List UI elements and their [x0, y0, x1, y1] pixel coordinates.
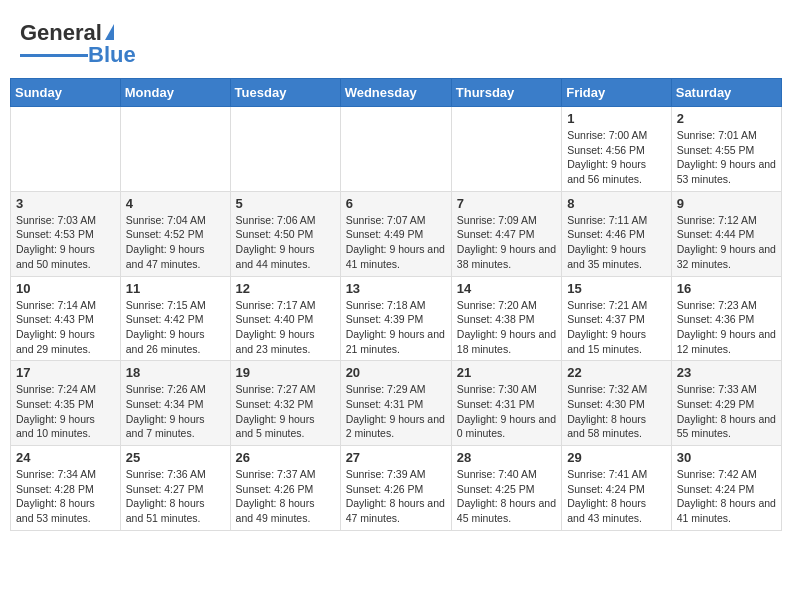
weekday-header-saturday: Saturday [671, 79, 781, 107]
logo-blue: Blue [88, 42, 136, 68]
calendar-cell: 13Sunrise: 7:18 AM Sunset: 4:39 PM Dayli… [340, 276, 451, 361]
day-number: 21 [457, 365, 556, 380]
day-info: Sunrise: 7:06 AM Sunset: 4:50 PM Dayligh… [236, 213, 335, 272]
day-info: Sunrise: 7:41 AM Sunset: 4:24 PM Dayligh… [567, 467, 666, 526]
calendar-cell: 14Sunrise: 7:20 AM Sunset: 4:38 PM Dayli… [451, 276, 561, 361]
day-number: 12 [236, 281, 335, 296]
calendar-week-0: 1Sunrise: 7:00 AM Sunset: 4:56 PM Daylig… [11, 107, 782, 192]
day-number: 20 [346, 365, 446, 380]
day-number: 26 [236, 450, 335, 465]
day-info: Sunrise: 7:32 AM Sunset: 4:30 PM Dayligh… [567, 382, 666, 441]
day-info: Sunrise: 7:30 AM Sunset: 4:31 PM Dayligh… [457, 382, 556, 441]
day-number: 23 [677, 365, 776, 380]
calendar-cell: 11Sunrise: 7:15 AM Sunset: 4:42 PM Dayli… [120, 276, 230, 361]
calendar-cell: 8Sunrise: 7:11 AM Sunset: 4:46 PM Daylig… [562, 191, 672, 276]
calendar-week-1: 3Sunrise: 7:03 AM Sunset: 4:53 PM Daylig… [11, 191, 782, 276]
day-number: 1 [567, 111, 666, 126]
day-number: 22 [567, 365, 666, 380]
calendar-cell: 23Sunrise: 7:33 AM Sunset: 4:29 PM Dayli… [671, 361, 781, 446]
calendar-cell: 7Sunrise: 7:09 AM Sunset: 4:47 PM Daylig… [451, 191, 561, 276]
calendar-cell: 2Sunrise: 7:01 AM Sunset: 4:55 PM Daylig… [671, 107, 781, 192]
calendar-body: 1Sunrise: 7:00 AM Sunset: 4:56 PM Daylig… [11, 107, 782, 531]
day-info: Sunrise: 7:42 AM Sunset: 4:24 PM Dayligh… [677, 467, 776, 526]
day-number: 30 [677, 450, 776, 465]
weekday-header-tuesday: Tuesday [230, 79, 340, 107]
calendar-cell: 29Sunrise: 7:41 AM Sunset: 4:24 PM Dayli… [562, 446, 672, 531]
calendar-cell: 5Sunrise: 7:06 AM Sunset: 4:50 PM Daylig… [230, 191, 340, 276]
day-info: Sunrise: 7:23 AM Sunset: 4:36 PM Dayligh… [677, 298, 776, 357]
day-number: 10 [16, 281, 115, 296]
day-number: 7 [457, 196, 556, 211]
calendar-cell: 3Sunrise: 7:03 AM Sunset: 4:53 PM Daylig… [11, 191, 121, 276]
day-info: Sunrise: 7:27 AM Sunset: 4:32 PM Dayligh… [236, 382, 335, 441]
calendar-cell: 28Sunrise: 7:40 AM Sunset: 4:25 PM Dayli… [451, 446, 561, 531]
day-number: 25 [126, 450, 225, 465]
day-info: Sunrise: 7:00 AM Sunset: 4:56 PM Dayligh… [567, 128, 666, 187]
calendar-cell: 9Sunrise: 7:12 AM Sunset: 4:44 PM Daylig… [671, 191, 781, 276]
calendar-cell: 15Sunrise: 7:21 AM Sunset: 4:37 PM Dayli… [562, 276, 672, 361]
calendar-cell [451, 107, 561, 192]
day-info: Sunrise: 7:33 AM Sunset: 4:29 PM Dayligh… [677, 382, 776, 441]
logo-underline [20, 54, 88, 57]
day-number: 3 [16, 196, 115, 211]
day-info: Sunrise: 7:40 AM Sunset: 4:25 PM Dayligh… [457, 467, 556, 526]
day-number: 29 [567, 450, 666, 465]
calendar-cell: 4Sunrise: 7:04 AM Sunset: 4:52 PM Daylig… [120, 191, 230, 276]
day-number: 13 [346, 281, 446, 296]
logo: General Blue [20, 20, 136, 68]
weekday-header-wednesday: Wednesday [340, 79, 451, 107]
day-info: Sunrise: 7:37 AM Sunset: 4:26 PM Dayligh… [236, 467, 335, 526]
weekday-header-sunday: Sunday [11, 79, 121, 107]
day-number: 11 [126, 281, 225, 296]
calendar-cell: 18Sunrise: 7:26 AM Sunset: 4:34 PM Dayli… [120, 361, 230, 446]
day-number: 19 [236, 365, 335, 380]
calendar-cell: 21Sunrise: 7:30 AM Sunset: 4:31 PM Dayli… [451, 361, 561, 446]
header: General Blue [10, 10, 782, 73]
calendar-cell: 30Sunrise: 7:42 AM Sunset: 4:24 PM Dayli… [671, 446, 781, 531]
calendar-cell: 10Sunrise: 7:14 AM Sunset: 4:43 PM Dayli… [11, 276, 121, 361]
calendar-cell: 22Sunrise: 7:32 AM Sunset: 4:30 PM Dayli… [562, 361, 672, 446]
day-number: 6 [346, 196, 446, 211]
calendar-cell [340, 107, 451, 192]
day-info: Sunrise: 7:15 AM Sunset: 4:42 PM Dayligh… [126, 298, 225, 357]
day-info: Sunrise: 7:18 AM Sunset: 4:39 PM Dayligh… [346, 298, 446, 357]
day-info: Sunrise: 7:07 AM Sunset: 4:49 PM Dayligh… [346, 213, 446, 272]
day-info: Sunrise: 7:04 AM Sunset: 4:52 PM Dayligh… [126, 213, 225, 272]
day-info: Sunrise: 7:26 AM Sunset: 4:34 PM Dayligh… [126, 382, 225, 441]
day-info: Sunrise: 7:09 AM Sunset: 4:47 PM Dayligh… [457, 213, 556, 272]
day-info: Sunrise: 7:03 AM Sunset: 4:53 PM Dayligh… [16, 213, 115, 272]
calendar-week-2: 10Sunrise: 7:14 AM Sunset: 4:43 PM Dayli… [11, 276, 782, 361]
calendar-cell: 1Sunrise: 7:00 AM Sunset: 4:56 PM Daylig… [562, 107, 672, 192]
day-number: 8 [567, 196, 666, 211]
day-info: Sunrise: 7:34 AM Sunset: 4:28 PM Dayligh… [16, 467, 115, 526]
calendar-cell: 20Sunrise: 7:29 AM Sunset: 4:31 PM Dayli… [340, 361, 451, 446]
day-number: 17 [16, 365, 115, 380]
day-number: 16 [677, 281, 776, 296]
day-number: 28 [457, 450, 556, 465]
weekday-header-thursday: Thursday [451, 79, 561, 107]
calendar: SundayMondayTuesdayWednesdayThursdayFrid… [10, 78, 782, 531]
day-number: 18 [126, 365, 225, 380]
day-number: 14 [457, 281, 556, 296]
calendar-cell: 6Sunrise: 7:07 AM Sunset: 4:49 PM Daylig… [340, 191, 451, 276]
calendar-cell [230, 107, 340, 192]
day-number: 5 [236, 196, 335, 211]
day-info: Sunrise: 7:29 AM Sunset: 4:31 PM Dayligh… [346, 382, 446, 441]
day-info: Sunrise: 7:36 AM Sunset: 4:27 PM Dayligh… [126, 467, 225, 526]
calendar-cell [120, 107, 230, 192]
day-number: 2 [677, 111, 776, 126]
day-number: 9 [677, 196, 776, 211]
day-info: Sunrise: 7:12 AM Sunset: 4:44 PM Dayligh… [677, 213, 776, 272]
logo-triangle-icon [105, 24, 114, 40]
calendar-cell: 12Sunrise: 7:17 AM Sunset: 4:40 PM Dayli… [230, 276, 340, 361]
day-number: 27 [346, 450, 446, 465]
calendar-cell: 16Sunrise: 7:23 AM Sunset: 4:36 PM Dayli… [671, 276, 781, 361]
day-info: Sunrise: 7:14 AM Sunset: 4:43 PM Dayligh… [16, 298, 115, 357]
day-info: Sunrise: 7:17 AM Sunset: 4:40 PM Dayligh… [236, 298, 335, 357]
calendar-cell: 27Sunrise: 7:39 AM Sunset: 4:26 PM Dayli… [340, 446, 451, 531]
day-info: Sunrise: 7:11 AM Sunset: 4:46 PM Dayligh… [567, 213, 666, 272]
calendar-cell [11, 107, 121, 192]
day-info: Sunrise: 7:21 AM Sunset: 4:37 PM Dayligh… [567, 298, 666, 357]
day-number: 24 [16, 450, 115, 465]
day-number: 4 [126, 196, 225, 211]
